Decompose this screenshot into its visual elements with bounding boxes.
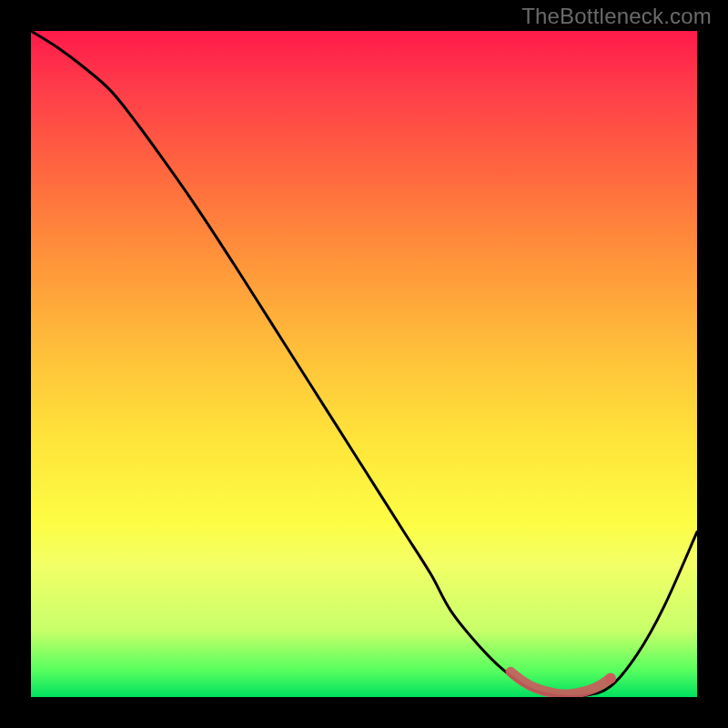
watermark: TheBottleneck.com (521, 4, 712, 29)
plot-area (31, 31, 697, 697)
chart-svg (31, 31, 697, 697)
optimal-annotation (511, 672, 611, 694)
optimal-annotation-end (605, 673, 616, 684)
chart-container: TheBottleneck.com (0, 0, 728, 728)
bottleneck-curve (31, 31, 697, 697)
